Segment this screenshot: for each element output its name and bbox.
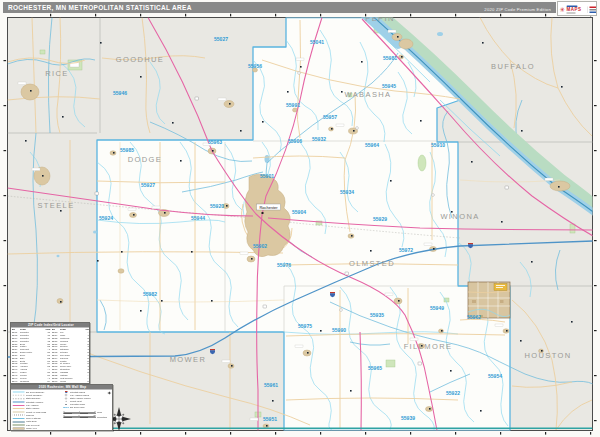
zip-code-label: 55949 xyxy=(430,305,444,311)
zip-code-label: 55901 xyxy=(260,173,274,179)
wall-map-page: Rochester RICEGOODHUEPEPINWABASHABUFFALO… xyxy=(0,0,600,437)
zip-code-label: 55982 xyxy=(143,291,157,297)
map-key-symbols: ✦ Interstate ShieldU.S. Highway ShieldSt… xyxy=(64,391,113,431)
zip-code-label: 55965 xyxy=(368,365,382,371)
zip-code-label: 55906 xyxy=(288,138,302,144)
mini-compass-icon: ✦ xyxy=(107,391,112,397)
map-key-panel: 2020 Rochester, MN Wall Map ZIP Code Bou… xyxy=(10,384,113,431)
zip-code-label: 55961 xyxy=(264,382,278,388)
edition-label: 2020 ZIP Code Premium Edition xyxy=(484,7,551,12)
legend-item: Urban Area xyxy=(13,427,61,430)
county-label: WINONA xyxy=(440,212,479,221)
page-title: ROCHESTER, MN METROPOLITAN STATISTICAL A… xyxy=(8,2,192,13)
zip-code-label: 55932 xyxy=(312,136,326,142)
county-label: DODGE xyxy=(128,155,163,164)
zip-code-label: 55944 xyxy=(191,215,205,221)
zip-code-label: 55027 xyxy=(214,36,228,42)
zip-code-label: 55956 xyxy=(248,63,262,69)
zip-code-label: 55957 xyxy=(323,114,337,120)
map-canvas[interactable]: Rochester RICEGOODHUEPEPINWABASHABUFFALO… xyxy=(0,0,600,437)
zip-index-table: ZIPNAMEGRID55901RochesterC355902Rocheste… xyxy=(11,328,90,385)
legend-symbol: 55901ZIP Code Label xyxy=(64,406,113,409)
publisher-logo: ✳ MAPS xyxy=(557,1,597,16)
zip-code-label: 55954 xyxy=(488,373,502,379)
county-label: HOUSTON xyxy=(524,351,571,360)
zip-code-label: 55935 xyxy=(370,312,384,318)
zip-code-label: 55963 xyxy=(208,139,222,145)
zip-code-label: 55041 xyxy=(310,39,324,45)
zip-code-label: 55924 xyxy=(99,215,113,221)
county-label: FILLMORE xyxy=(404,342,453,351)
zip-code-label: 55934 xyxy=(340,189,354,195)
county-label: STEELE xyxy=(37,201,74,210)
scale-bars: 048Miles0612Kilometers xyxy=(64,411,113,419)
county-label: OLMSTED xyxy=(349,259,395,268)
zip-code-label: 55910 xyxy=(431,142,445,148)
zip-code-label: 55904 xyxy=(292,209,306,215)
zip-code-label: 55920 xyxy=(210,203,224,209)
zip-code-label: 55976 xyxy=(277,262,291,268)
zip-code-label: 55985 xyxy=(120,147,134,153)
county-label: GOODHUE xyxy=(116,55,165,64)
inset-map xyxy=(468,282,510,318)
county-label: MOWER xyxy=(170,355,207,364)
zip-code-label: 55946 xyxy=(113,90,127,96)
county-label: PEPIN xyxy=(365,14,395,23)
zip-code-label: 55929 xyxy=(373,216,387,222)
zip-index-panel: ZIP Code Index/Grid Locator ZIPNAMEGRID5… xyxy=(10,322,90,384)
zip-code-label: 55964 xyxy=(365,142,379,148)
logo-burst-icon: ✳ xyxy=(560,6,565,13)
logo-wordmark: MAPS xyxy=(566,8,581,13)
zip-code-label: 55927 xyxy=(141,182,155,188)
svg-text:Rochester: Rochester xyxy=(259,205,278,210)
county-label: RICE xyxy=(45,69,69,78)
map-key-items: ZIP Code BoundaryCounty BoundaryState Bo… xyxy=(13,391,61,431)
logo-tagline xyxy=(566,13,575,14)
zip-code-label: 55981 xyxy=(383,55,397,61)
zip-code-label: 55951 xyxy=(263,416,277,422)
zip-code-label: 55902 xyxy=(253,243,267,249)
county-label: WABASHA xyxy=(344,90,391,99)
zip-code-label: 55939 xyxy=(401,415,415,421)
zip-code-label: 55972 xyxy=(399,247,413,253)
title-bar: ROCHESTER, MN METROPOLITAN STATISTICAL A… xyxy=(3,2,556,13)
zip-code-label: 55975 xyxy=(298,323,312,329)
zip-code-label: 55945 xyxy=(382,83,396,89)
county-label: BUFFALO xyxy=(491,62,535,71)
logo-sideblock xyxy=(588,6,597,13)
zip-code-label: 55922 xyxy=(446,390,460,396)
zip-code-label: 55962 xyxy=(467,314,481,320)
zip-code-label: 55990 xyxy=(332,327,346,333)
zip-code-label: 55991 xyxy=(286,102,300,108)
